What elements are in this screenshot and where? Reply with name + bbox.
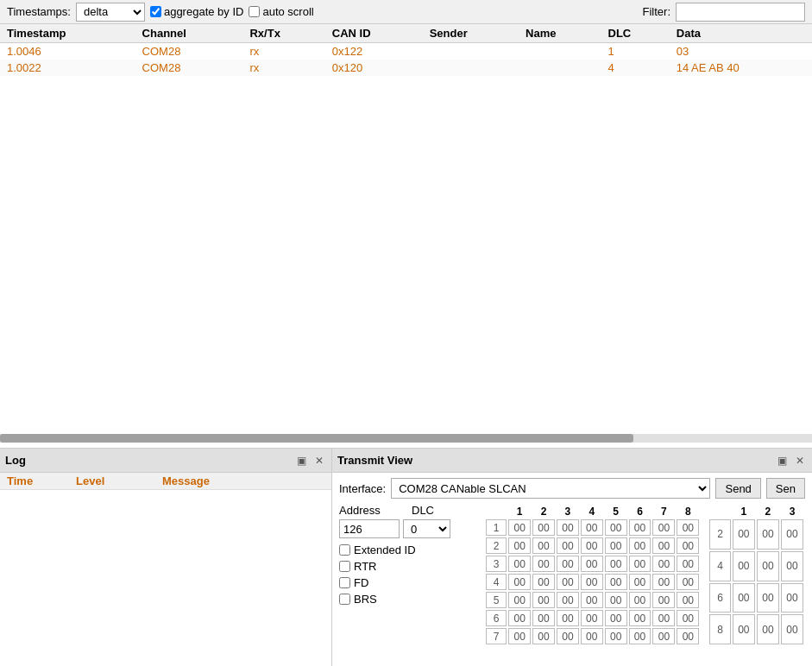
send-button[interactable]: Send [715,478,760,499]
byte-cell-right[interactable]: 00 [781,519,803,550]
byte-cell[interactable]: 00 [652,519,675,536]
transmit-restore-button[interactable]: ▣ [775,455,790,467]
byte-cell-right[interactable]: 00 [733,551,755,581]
auto-scroll-checkbox[interactable] [249,6,260,17]
filter-input[interactable] [676,3,805,22]
byte-cell[interactable]: 00 [605,574,627,590]
byte-cell-right[interactable]: 00 [781,551,803,581]
byte-cell[interactable]: 00 [581,556,603,572]
timestamps-select[interactable]: delta absolute relative [76,3,145,22]
auto-scroll-checkbox-label[interactable]: auto scroll [249,5,313,18]
byte-cell[interactable]: 00 [652,537,675,554]
col-channel: Channel [135,24,243,43]
byte-cell[interactable]: 00 [652,628,675,644]
byte-cell[interactable]: 00 [508,537,531,554]
byte-cell[interactable]: 00 [508,519,531,536]
byte-cell[interactable]: 00 [629,537,651,554]
rtr-label[interactable]: RTR [339,560,477,573]
byte-cell[interactable]: 00 [581,610,603,626]
byte-cell-right[interactable]: 00 [757,551,779,581]
byte-cell[interactable]: 00 [508,592,531,608]
byte-cell[interactable]: 00 [557,610,579,626]
byte-cell[interactable]: 00 [581,592,603,608]
scrollbar-thumb[interactable] [0,434,633,443]
byte-cell[interactable]: 00 [508,556,531,572]
byte-cell[interactable]: 00 [677,574,699,590]
cell-rxtx: rx [242,43,324,60]
byte-cell[interactable]: 00 [605,592,627,608]
byte-cell[interactable]: 00 [629,610,651,626]
byte-cell[interactable]: 00 [508,574,531,590]
address-input[interactable] [339,519,400,538]
bytes-row: 30000000000000000 [486,556,699,572]
extended-id-label[interactable]: Extended ID [339,543,477,556]
byte-cell-right[interactable]: 00 [781,583,803,613]
byte-cell[interactable]: 00 [532,610,555,626]
byte-cell[interactable]: 00 [677,556,699,572]
byte-cell[interactable]: 00 [532,556,555,572]
aggregate-checkbox[interactable] [150,6,161,17]
byte-cell[interactable]: 00 [605,610,627,626]
byte-cell-right[interactable]: 00 [733,614,755,644]
byte-cell[interactable]: 00 [581,519,603,536]
log-close-button[interactable]: ✕ [312,455,326,467]
horizontal-scrollbar[interactable] [0,434,812,443]
byte-cell-right[interactable]: 00 [757,614,779,644]
byte-cell[interactable]: 00 [557,574,579,590]
dlc-select[interactable]: 0123 45678 [403,519,450,538]
extended-id-checkbox[interactable] [339,544,350,556]
byte-cell[interactable]: 00 [508,628,531,644]
bottom-panels: Log ▣ ✕ Time Level Message Transmit View… [0,449,812,666]
log-restore-button[interactable]: ▣ [294,455,309,467]
byte-cell[interactable]: 00 [605,519,627,536]
byte-cell-right[interactable]: 00 [757,519,779,550]
brs-label[interactable]: BRS [339,593,477,606]
byte-cell[interactable]: 00 [508,610,531,626]
byte-cell[interactable]: 00 [557,628,579,644]
byte-cell[interactable]: 00 [677,592,699,608]
byte-cell[interactable]: 00 [605,537,627,554]
row-label: 2 [486,537,507,554]
byte-cell[interactable]: 00 [677,537,699,554]
byte-cell[interactable]: 00 [557,537,579,554]
byte-cell[interactable]: 00 [677,628,699,644]
rtr-checkbox[interactable] [339,561,350,572]
byte-cell[interactable]: 00 [532,628,555,644]
byte-cell-right[interactable]: 00 [733,583,755,613]
byte-cell[interactable]: 00 [629,628,651,644]
byte-cell[interactable]: 00 [532,537,555,554]
fd-checkbox[interactable] [339,577,350,588]
transmit-close-button[interactable]: ✕ [793,455,807,467]
byte-cell[interactable]: 00 [605,556,627,572]
fd-label[interactable]: FD [339,576,477,589]
brs-checkbox[interactable] [339,594,350,605]
byte-cell[interactable]: 00 [581,574,603,590]
byte-cell[interactable]: 00 [652,574,675,590]
byte-cell[interactable]: 00 [652,556,675,572]
byte-cell[interactable]: 00 [557,519,579,536]
send-all-button[interactable]: Sen [766,478,805,499]
byte-cell-right[interactable]: 00 [781,614,803,644]
byte-cell[interactable]: 00 [629,556,651,572]
byte-cell[interactable]: 00 [532,592,555,608]
byte-cell[interactable]: 00 [581,537,603,554]
byte-cell[interactable]: 00 [629,519,651,536]
interface-select[interactable]: COM28 CANable SLCAN [391,478,710,499]
byte-cell[interactable]: 00 [532,574,555,590]
byte-cell[interactable]: 00 [652,592,675,608]
interface-label: Interface: [339,482,386,495]
byte-cell[interactable]: 00 [652,610,675,626]
byte-cell[interactable]: 00 [557,556,579,572]
byte-cell[interactable]: 00 [605,628,627,644]
byte-cell[interactable]: 00 [629,574,651,590]
aggregate-checkbox-label[interactable]: aggregate by ID [150,5,244,18]
byte-cell[interactable]: 00 [677,610,699,626]
byte-cell[interactable]: 00 [677,519,699,536]
byte-cell[interactable]: 00 [629,592,651,608]
cell-sender [423,60,519,76]
byte-cell[interactable]: 00 [532,519,555,536]
byte-cell[interactable]: 00 [557,592,579,608]
byte-cell-right[interactable]: 00 [757,583,779,613]
byte-cell-right[interactable]: 00 [733,519,755,550]
byte-cell[interactable]: 00 [581,628,603,644]
